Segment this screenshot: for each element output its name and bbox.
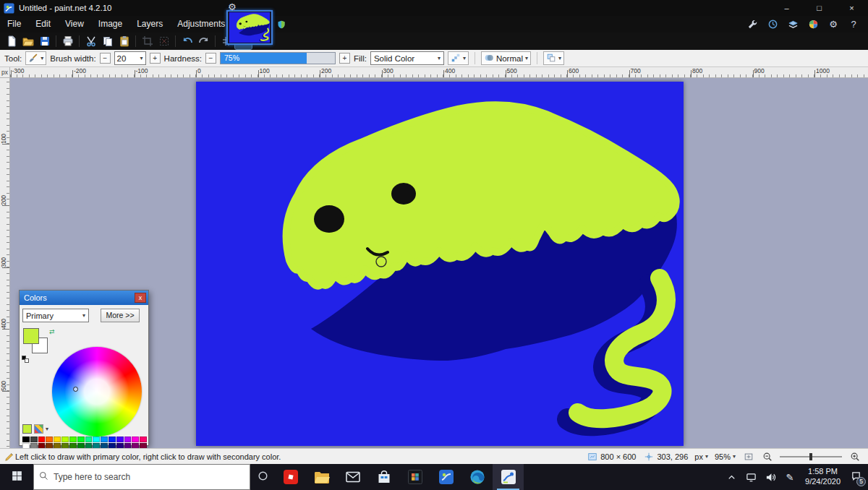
palette-swatch[interactable] xyxy=(132,443,139,448)
taskbar-search[interactable] xyxy=(33,464,250,490)
palette-swatch[interactable] xyxy=(38,437,46,442)
menu-item-file[interactable]: File xyxy=(0,16,28,33)
color-wheel[interactable] xyxy=(52,347,142,437)
cut-icon[interactable] xyxy=(82,34,99,49)
menu-item-view[interactable]: View xyxy=(58,16,91,33)
new-icon[interactable] xyxy=(3,34,20,49)
more-button[interactable]: More >> xyxy=(101,309,140,322)
print-icon[interactable] xyxy=(59,34,76,49)
palette-swatch[interactable] xyxy=(77,443,85,448)
palette-swatch[interactable] xyxy=(46,437,53,442)
minimize-icon[interactable]: – xyxy=(770,0,803,16)
palette-swatch[interactable] xyxy=(124,443,132,448)
hardness-slider[interactable]: 75% xyxy=(220,52,336,64)
palette-swatch[interactable] xyxy=(69,437,77,442)
palette-swatch[interactable] xyxy=(54,437,61,442)
swap-colors-icon[interactable]: ⇄ xyxy=(49,328,55,335)
pen-icon[interactable]: ✎ xyxy=(783,470,796,483)
app-store[interactable] xyxy=(368,464,399,490)
palette-swatch[interactable] xyxy=(93,443,100,448)
paste-icon[interactable] xyxy=(116,34,132,49)
redo-icon[interactable] xyxy=(195,34,212,49)
fill-style-select[interactable]: Solid Color▾ xyxy=(370,51,444,65)
deselect-icon[interactable] xyxy=(156,34,172,49)
colors-window-titlebar[interactable]: Colors x xyxy=(20,291,148,305)
app-file-explorer[interactable] xyxy=(306,464,337,490)
color-target-select[interactable]: Primary▾ xyxy=(22,309,89,322)
action-center-icon[interactable]: 5 xyxy=(849,470,862,483)
undo-icon[interactable] xyxy=(179,34,195,49)
palette-swatch[interactable] xyxy=(46,443,53,448)
brush-width-input[interactable]: 20▾ xyxy=(114,51,146,65)
palette-swatch[interactable] xyxy=(69,443,77,448)
zoom-in-icon[interactable] xyxy=(848,450,861,463)
palette-swatch[interactable] xyxy=(101,437,108,442)
help-icon[interactable]: ? xyxy=(846,18,861,31)
close-icon[interactable]: x xyxy=(135,293,146,303)
chevron-down-icon[interactable]: ▾ xyxy=(46,426,48,432)
menu-item-image[interactable]: Image xyxy=(91,16,129,33)
palette-swatch[interactable] xyxy=(101,443,108,448)
palette-swatch[interactable] xyxy=(85,437,93,442)
palette-swatch[interactable] xyxy=(61,437,69,442)
app-roblox[interactable] xyxy=(275,464,306,490)
hardness-decrease-button[interactable]: − xyxy=(205,53,216,64)
app-paint-net-blue[interactable] xyxy=(430,464,461,490)
palette-swatch[interactable] xyxy=(30,443,38,448)
color-wheel-marker[interactable] xyxy=(73,387,78,392)
palette-swatch[interactable] xyxy=(132,437,139,442)
palette-swatch[interactable] xyxy=(116,443,124,448)
app-mail[interactable] xyxy=(337,464,368,490)
copy-icon[interactable] xyxy=(99,34,116,49)
palette-swatch[interactable] xyxy=(54,443,61,448)
primary-color-swatch[interactable] xyxy=(23,328,39,344)
taskbar-clock[interactable]: 1:58 PM 9/24/2020 xyxy=(805,467,841,487)
crop-icon[interactable] xyxy=(139,34,156,49)
tools-icon[interactable] xyxy=(745,18,760,31)
zoom-select[interactable]: 95%▾ xyxy=(715,452,736,461)
brush-width-increase-button[interactable]: + xyxy=(150,53,161,64)
blend-mode-select[interactable]: Normal▾ xyxy=(481,51,531,65)
layers-icon[interactable] xyxy=(786,18,800,31)
palette-swatch[interactable] xyxy=(22,437,30,442)
volume-icon[interactable] xyxy=(764,470,777,483)
palette-swatch[interactable] xyxy=(93,437,100,442)
gear-icon[interactable]: ⚙ xyxy=(228,2,237,12)
canvas[interactable] xyxy=(196,82,684,446)
start-button[interactable] xyxy=(0,464,33,490)
close-icon[interactable]: × xyxy=(835,0,868,16)
palette-swatch[interactable] xyxy=(140,443,147,448)
search-input[interactable] xyxy=(54,472,245,482)
settings-icon[interactable]: ⚙ xyxy=(826,18,841,31)
maximize-icon[interactable]: □ xyxy=(803,0,835,16)
brush-width-decrease-button[interactable]: − xyxy=(100,53,111,64)
palette-swatch[interactable] xyxy=(109,443,116,448)
palette-swatch[interactable] xyxy=(38,443,46,448)
hidden-icons-chevron[interactable] xyxy=(725,470,738,483)
cortana-button[interactable] xyxy=(250,464,275,490)
units-select[interactable]: px▾ xyxy=(694,452,708,461)
zoom-slider[interactable] xyxy=(780,452,842,462)
network-icon[interactable] xyxy=(744,470,757,483)
palette-swatch[interactable] xyxy=(30,437,38,442)
palette-swatch[interactable] xyxy=(85,443,93,448)
app-photos[interactable] xyxy=(399,464,430,490)
palette-swatch[interactable] xyxy=(77,437,85,442)
colors-icon[interactable] xyxy=(806,18,820,31)
open-icon[interactable] xyxy=(20,34,36,49)
zoom-fit-icon[interactable] xyxy=(742,450,754,463)
menu-item-adjustments[interactable]: Adjustments xyxy=(170,16,232,33)
palette-swatch[interactable] xyxy=(140,437,147,442)
app-paint-net[interactable] xyxy=(493,464,524,490)
menu-item-layers[interactable]: Layers xyxy=(129,16,170,33)
antialiasing-select[interactable]: ▾ xyxy=(448,51,469,65)
palette-swatch[interactable] xyxy=(116,437,124,442)
recent-color-swatch[interactable] xyxy=(22,424,32,434)
palette-swatch[interactable] xyxy=(109,437,116,442)
reset-colors-icon[interactable] xyxy=(22,356,29,363)
palette-swatch[interactable] xyxy=(124,437,132,442)
tool-select[interactable]: ▾ xyxy=(25,51,46,65)
hardness-increase-button[interactable]: + xyxy=(339,53,350,64)
palette-options-icon[interactable] xyxy=(34,424,43,434)
menu-item-edit[interactable]: Edit xyxy=(28,16,58,33)
